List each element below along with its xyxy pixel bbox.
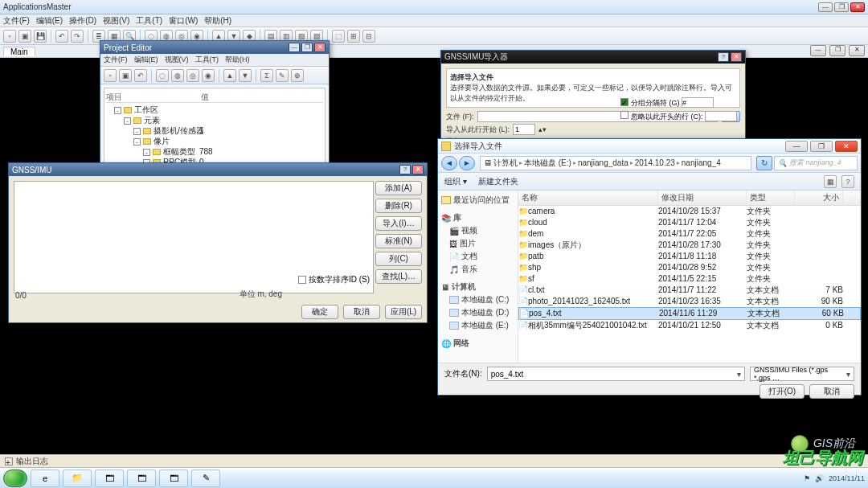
gnss-sort-check[interactable]: 按数字排序ID (S)	[298, 274, 370, 285]
gnss-titlebar[interactable]: GNSS/IMU ? ✕	[9, 163, 427, 176]
pe-tb-10-icon[interactable]: Σ	[260, 69, 273, 82]
tb-undo-icon[interactable]: ↶	[55, 30, 68, 43]
pe-close-button[interactable]: ✕	[314, 43, 326, 52]
tb-open-icon[interactable]: ▣	[18, 30, 31, 43]
wizard-titlebar[interactable]: GNSS/IMU导入器 ? ✕	[441, 51, 745, 64]
gnss-remove-button[interactable]: 删除(R)	[375, 199, 422, 213]
pe-tb-8-icon[interactable]: ▲	[223, 69, 236, 82]
wizard-group-check[interactable]: ✓ 分组分隔符 (G)	[620, 97, 737, 109]
pe-tb-12-icon[interactable]: ⊕	[291, 69, 304, 82]
picker-newfolder-button[interactable]: 新建文件夹	[478, 176, 518, 187]
wizard-close-button[interactable]: ✕	[731, 52, 742, 62]
taskbar[interactable]: e 📁 🗔 🗔 🗔 ✎ ⚑ 🔊 2014/11/11	[0, 467, 868, 488]
picker-max-button[interactable]: ❐	[810, 141, 833, 152]
file-row[interactable]: 📁dem2014/11/7 22:05文件夹	[518, 228, 861, 240]
system-tray[interactable]: ⚑ 🔊 2014/11/11	[804, 474, 865, 482]
task-app2[interactable]: 🗔	[127, 470, 156, 487]
picker-min-button[interactable]: —	[785, 141, 808, 152]
pe-menu-view[interactable]: 视图(V)	[165, 55, 189, 65]
file-row[interactable]: 📁patb2014/11/8 11:18文件夹	[518, 251, 861, 262]
status-expand-icon[interactable]: +	[5, 457, 13, 465]
pe-tb-3-icon[interactable]: ↶	[134, 69, 147, 82]
pe-tb-5-icon[interactable]: ◍	[171, 69, 184, 82]
pe-max-button[interactable]: ❐	[301, 43, 313, 52]
gnss-help-button[interactable]: ?	[399, 165, 411, 174]
app-min-button[interactable]: —	[818, 2, 833, 12]
nav-refresh-button[interactable]: ↻	[756, 156, 772, 170]
file-row[interactable]: 📁sf2014/11/5 22:15文件夹	[518, 273, 861, 285]
tb-m-icon[interactable]: ⊞	[347, 30, 360, 43]
picker-close-button[interactable]: ✕	[835, 141, 858, 152]
mdi-close-button[interactable]: ✕	[849, 45, 865, 56]
task-app1[interactable]: 🗔	[95, 470, 124, 487]
pe-tb-11-icon[interactable]: ✎	[276, 69, 289, 82]
nav-fwd-button[interactable]: ►	[459, 156, 475, 170]
gnss-close-button[interactable]: ✕	[412, 165, 424, 174]
task-app3[interactable]: 🗔	[159, 470, 188, 487]
menu-help[interactable]: 帮助(H)	[204, 15, 231, 27]
picker-search-input[interactable]: 🔍搜索 nanjiang_4	[774, 156, 858, 170]
file-row[interactable]: 📄相机35mm编号254021001042.txt2014/10/21 12:5…	[518, 320, 861, 331]
tb-l-icon[interactable]: ⬚	[332, 30, 345, 43]
tray-flag-icon[interactable]: ⚑	[804, 474, 810, 482]
picker-columns[interactable]: 名称 修改日期 类型 大小	[518, 191, 861, 206]
pe-tb-2-icon[interactable]: ▣	[119, 69, 132, 82]
menu-file[interactable]: 文件(F)	[3, 15, 30, 27]
tree-row[interactable]: -元素	[106, 115, 323, 125]
pe-min-button[interactable]: —	[289, 43, 300, 52]
gnss-std-button[interactable]: 标准(N)	[375, 234, 422, 248]
file-row[interactable]: 📄cl.txt2014/11/7 11:22文本文档7 KB	[518, 285, 861, 296]
pe-menu-tools[interactable]: 工具(T)	[195, 55, 219, 65]
task-explorer[interactable]: 📁	[63, 470, 92, 487]
tb-n-icon[interactable]: ⊟	[362, 30, 375, 43]
pe-tb-9-icon[interactable]: ▼	[239, 69, 252, 82]
gnss-cancel-button[interactable]: 取消	[343, 305, 380, 319]
pe-tb-7-icon[interactable]: ◉	[202, 69, 215, 82]
file-row[interactable]: 📁shp2014/10/28 9:52文件夹	[518, 262, 861, 273]
pe-tb-1-icon[interactable]: ▫	[104, 69, 117, 82]
mdi-min-button[interactable]: —	[810, 45, 826, 56]
picker-help-icon[interactable]: ?	[841, 175, 854, 188]
file-row[interactable]: 📁cloud2014/11/7 12:04文件夹	[518, 217, 861, 228]
picker-view-icon[interactable]: ▦	[824, 175, 837, 188]
file-row[interactable]: 📄pos_4.txt2014/11/6 11:29文本文档60 KB	[518, 307, 861, 320]
project-editor-titlebar[interactable]: Project Editor — ❐ ✕	[100, 41, 329, 54]
gnss-find-button[interactable]: 查找(L)…	[375, 269, 422, 284]
tb-redo-icon[interactable]: ↷	[71, 30, 84, 43]
gnss-col-button[interactable]: 列(C)	[375, 252, 422, 266]
picker-sidebar[interactable]: 最近访问的位置 📚库 🎬视频 🖼图片 📄文档 🎵音乐 🖥计算机 本地磁盘 (C:…	[438, 191, 518, 363]
app-close-button[interactable]: ✕	[850, 2, 865, 12]
tb-new-icon[interactable]: ▫	[3, 30, 16, 43]
picker-file-list[interactable]: 名称 修改日期 类型 大小 📁camera2014/10/28 15:37文件夹…	[518, 191, 861, 363]
wizard-row-input[interactable]	[513, 124, 535, 135]
file-row[interactable]: 📄photo_20141023_162405.txt2014/10/23 16:…	[518, 296, 861, 307]
wizard-ignore-input[interactable]	[705, 111, 737, 121]
menu-edit[interactable]: 编辑(E)	[36, 15, 63, 27]
menu-view[interactable]: 视图(V)	[103, 15, 129, 27]
gnss-apply-button[interactable]: 应用(L)	[385, 305, 422, 319]
file-row[interactable]: 📁camera2014/10/28 15:37文件夹	[518, 206, 861, 217]
picker-titlebar[interactable]: 选择导入文件 — ❐ ✕	[438, 139, 861, 154]
app-max-button[interactable]: ❐	[834, 2, 849, 12]
mdi-max-button[interactable]: ❐	[829, 45, 845, 56]
wizard-ignore-check[interactable]: 忽略以此开头的行 (C):	[620, 111, 737, 122]
breadcrumb[interactable]: 🖥计算机▸ 本地磁盘 (E:)▸ nanjiang_data▸ 2014.10.…	[480, 156, 751, 170]
picker-filter-combo[interactable]: GNSS/IMU Files (*.gps *.gps …▾	[750, 367, 854, 381]
tree-row[interactable]: -摄影机/传感器1	[106, 125, 323, 136]
file-row[interactable]: 📁images（原片）2014/10/28 17:30文件夹	[518, 240, 861, 251]
wizard-group-input[interactable]	[682, 97, 714, 108]
tray-net-icon[interactable]: 🔊	[815, 474, 824, 482]
tray-date[interactable]: 2014/11/11	[829, 474, 865, 482]
pe-menu-help[interactable]: 帮助(H)	[225, 55, 250, 65]
pe-menu-file[interactable]: 文件(F)	[104, 55, 128, 65]
wizard-help-button[interactable]: ?	[718, 52, 729, 62]
pe-tb-6-icon[interactable]: ◎	[186, 69, 199, 82]
tree-row[interactable]: -像片	[106, 136, 323, 146]
task-app4[interactable]: ✎	[191, 470, 220, 487]
picker-open-button[interactable]: 打开(O)	[760, 384, 805, 399]
tab-main[interactable]: Main	[3, 47, 35, 56]
pe-tb-4-icon[interactable]: ◌	[156, 69, 169, 82]
pe-menu-edit[interactable]: 编辑(E)	[134, 55, 158, 65]
start-button[interactable]	[3, 470, 27, 487]
nav-back-button[interactable]: ◄	[441, 156, 457, 170]
